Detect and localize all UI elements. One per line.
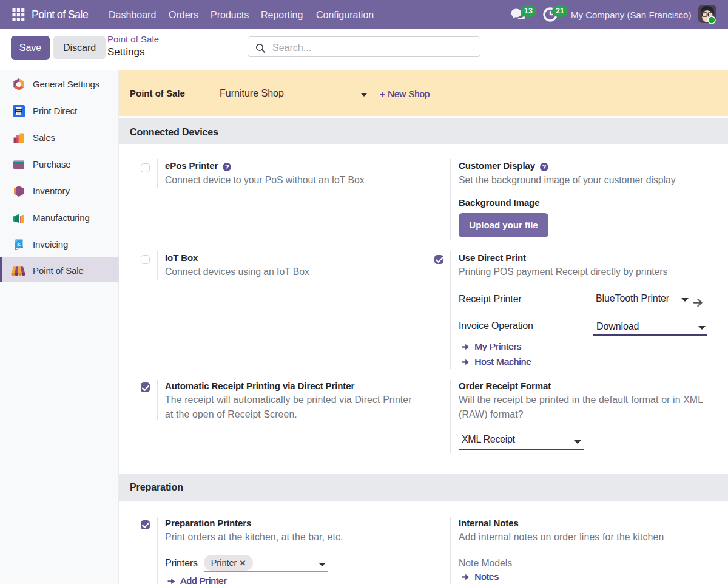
svg-text:$: $ — [17, 241, 21, 248]
